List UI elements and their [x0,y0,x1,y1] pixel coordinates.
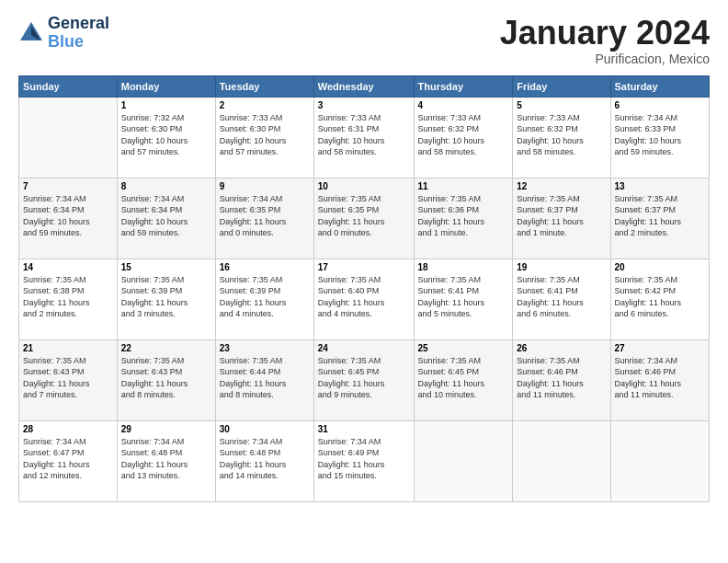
day-number: 12 [517,181,606,191]
day-number: 16 [220,262,310,272]
day-info: Sunrise: 7:35 AM Sunset: 6:41 PM Dayligh… [517,274,606,320]
day-cell: 21Sunrise: 7:35 AM Sunset: 6:43 PM Dayli… [19,339,118,420]
day-info: Sunrise: 7:35 AM Sunset: 6:45 PM Dayligh… [318,355,410,401]
day-number: 25 [418,343,509,353]
day-cell: 7Sunrise: 7:34 AM Sunset: 6:34 PM Daylig… [19,178,118,259]
week-row: 7Sunrise: 7:34 AM Sunset: 6:34 PM Daylig… [19,178,710,259]
week-row: 21Sunrise: 7:35 AM Sunset: 6:43 PM Dayli… [19,339,710,420]
day-cell [414,420,513,501]
day-info: Sunrise: 7:34 AM Sunset: 6:49 PM Dayligh… [318,436,410,482]
day-cell: 20Sunrise: 7:35 AM Sunset: 6:42 PM Dayli… [610,259,709,339]
day-info: Sunrise: 7:34 AM Sunset: 6:48 PM Dayligh… [121,436,211,482]
weekday-header: Tuesday [215,75,313,97]
day-info: Sunrise: 7:35 AM Sunset: 6:43 PM Dayligh… [121,355,211,401]
day-cell: 1Sunrise: 7:32 AM Sunset: 6:30 PM Daylig… [117,97,215,178]
day-info: Sunrise: 7:35 AM Sunset: 6:39 PM Dayligh… [121,274,211,320]
day-number: 26 [517,343,606,353]
day-info: Sunrise: 7:35 AM Sunset: 6:38 PM Dayligh… [23,274,113,320]
day-info: Sunrise: 7:33 AM Sunset: 6:31 PM Dayligh… [318,112,410,158]
day-cell: 6Sunrise: 7:34 AM Sunset: 6:33 PM Daylig… [610,97,709,178]
day-cell: 16Sunrise: 7:35 AM Sunset: 6:39 PM Dayli… [215,259,313,339]
day-cell: 3Sunrise: 7:33 AM Sunset: 6:31 PM Daylig… [313,97,414,178]
weekday-header: Thursday [414,75,513,97]
logo: General Blue [18,15,109,52]
day-info: Sunrise: 7:34 AM Sunset: 6:34 PM Dayligh… [121,193,211,239]
day-number: 7 [23,181,113,191]
day-cell: 13Sunrise: 7:35 AM Sunset: 6:37 PM Dayli… [610,178,709,259]
calendar-table: SundayMondayTuesdayWednesdayThursdayFrid… [18,75,710,502]
day-info: Sunrise: 7:35 AM Sunset: 6:35 PM Dayligh… [318,193,410,239]
day-info: Sunrise: 7:34 AM Sunset: 6:47 PM Dayligh… [23,436,113,482]
day-info: Sunrise: 7:35 AM Sunset: 6:41 PM Dayligh… [418,274,509,320]
day-info: Sunrise: 7:35 AM Sunset: 6:45 PM Dayligh… [418,355,509,401]
day-cell: 14Sunrise: 7:35 AM Sunset: 6:38 PM Dayli… [19,259,118,339]
day-cell: 19Sunrise: 7:35 AM Sunset: 6:41 PM Dayli… [513,259,610,339]
title-block: January 2024 Purificacion, Mexico [500,15,710,66]
day-cell [19,97,118,178]
day-cell: 29Sunrise: 7:34 AM Sunset: 6:48 PM Dayli… [117,420,215,501]
weekday-header: Sunday [19,75,118,97]
day-cell: 30Sunrise: 7:34 AM Sunset: 6:48 PM Dayli… [215,420,313,501]
week-row: 28Sunrise: 7:34 AM Sunset: 6:47 PM Dayli… [19,420,710,501]
day-info: Sunrise: 7:34 AM Sunset: 6:46 PM Dayligh… [615,355,705,401]
day-info: Sunrise: 7:35 AM Sunset: 6:44 PM Dayligh… [220,355,310,401]
day-number: 9 [220,181,310,191]
day-info: Sunrise: 7:34 AM Sunset: 6:48 PM Dayligh… [220,436,310,482]
day-cell: 17Sunrise: 7:35 AM Sunset: 6:40 PM Dayli… [313,259,414,339]
day-info: Sunrise: 7:35 AM Sunset: 6:42 PM Dayligh… [615,274,705,320]
day-number: 28 [23,424,113,434]
day-info: Sunrise: 7:34 AM Sunset: 6:35 PM Dayligh… [220,193,310,239]
day-cell: 15Sunrise: 7:35 AM Sunset: 6:39 PM Dayli… [117,259,215,339]
location: Purificacion, Mexico [500,52,710,66]
day-cell: 10Sunrise: 7:35 AM Sunset: 6:35 PM Dayli… [313,178,414,259]
day-info: Sunrise: 7:32 AM Sunset: 6:30 PM Dayligh… [121,112,211,158]
day-cell: 4Sunrise: 7:33 AM Sunset: 6:32 PM Daylig… [414,97,513,178]
day-info: Sunrise: 7:34 AM Sunset: 6:33 PM Dayligh… [615,112,705,158]
day-info: Sunrise: 7:35 AM Sunset: 6:37 PM Dayligh… [615,193,705,239]
day-cell [513,420,610,501]
day-info: Sunrise: 7:35 AM Sunset: 6:43 PM Dayligh… [23,355,113,401]
day-cell: 12Sunrise: 7:35 AM Sunset: 6:37 PM Dayli… [513,178,610,259]
day-number: 15 [121,262,211,272]
day-number: 14 [23,262,113,272]
day-info: Sunrise: 7:33 AM Sunset: 6:30 PM Dayligh… [220,112,310,158]
day-info: Sunrise: 7:35 AM Sunset: 6:37 PM Dayligh… [517,193,606,239]
day-number: 11 [418,181,509,191]
day-info: Sunrise: 7:33 AM Sunset: 6:32 PM Dayligh… [418,112,509,158]
weekday-header-row: SundayMondayTuesdayWednesdayThursdayFrid… [19,75,710,97]
day-number: 20 [615,262,705,272]
day-number: 30 [220,424,310,434]
weekday-header: Friday [513,75,610,97]
day-cell [610,420,709,501]
weekday-header: Saturday [610,75,709,97]
day-number: 23 [220,343,310,353]
day-number: 10 [318,181,410,191]
month-title: January 2024 [500,15,710,52]
day-info: Sunrise: 7:35 AM Sunset: 6:46 PM Dayligh… [517,355,606,401]
day-cell: 23Sunrise: 7:35 AM Sunset: 6:44 PM Dayli… [215,339,313,420]
logo-text: General Blue [48,15,109,52]
weekday-header: Monday [117,75,215,97]
day-number: 1 [121,100,211,110]
weekday-header: Wednesday [313,75,414,97]
week-row: 1Sunrise: 7:32 AM Sunset: 6:30 PM Daylig… [19,97,710,178]
day-number: 5 [517,100,606,110]
calendar-page: General Blue January 2024 Purificacion, … [0,0,728,563]
day-cell: 22Sunrise: 7:35 AM Sunset: 6:43 PM Dayli… [117,339,215,420]
day-cell: 31Sunrise: 7:34 AM Sunset: 6:49 PM Dayli… [313,420,414,501]
day-number: 8 [121,181,211,191]
logo-icon [18,20,44,46]
day-number: 19 [517,262,606,272]
day-info: Sunrise: 7:35 AM Sunset: 6:40 PM Dayligh… [318,274,410,320]
day-cell: 28Sunrise: 7:34 AM Sunset: 6:47 PM Dayli… [19,420,118,501]
day-number: 31 [318,424,410,434]
week-row: 14Sunrise: 7:35 AM Sunset: 6:38 PM Dayli… [19,259,710,339]
header: General Blue January 2024 Purificacion, … [18,15,710,66]
day-number: 6 [615,100,705,110]
day-cell: 26Sunrise: 7:35 AM Sunset: 6:46 PM Dayli… [513,339,610,420]
day-cell: 25Sunrise: 7:35 AM Sunset: 6:45 PM Dayli… [414,339,513,420]
day-cell: 5Sunrise: 7:33 AM Sunset: 6:32 PM Daylig… [513,97,610,178]
day-number: 21 [23,343,113,353]
day-number: 3 [318,100,410,110]
day-number: 18 [418,262,509,272]
